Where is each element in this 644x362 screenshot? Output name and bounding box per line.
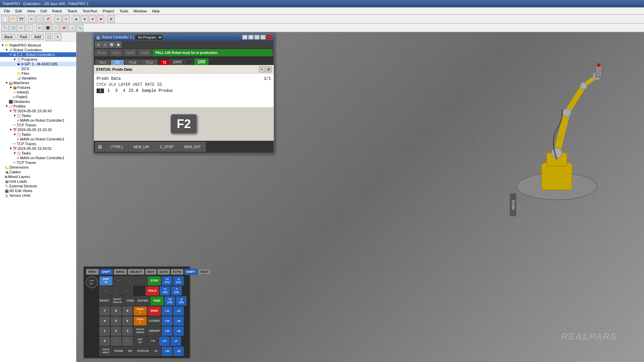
btn-right-arrow[interactable]: → bbox=[136, 276, 147, 286]
btn-up2[interactable]: ↑ bbox=[122, 337, 133, 346]
btn-setup[interactable]: SETUP bbox=[133, 337, 147, 346]
btn-minus-pct[interactable]: -% bbox=[150, 347, 161, 356]
btn-8[interactable]: 8 bbox=[111, 306, 121, 316]
tree-pallet1[interactable]: ▭ Pallet1 bbox=[0, 95, 76, 99]
rw-tb-2[interactable]: ↺ bbox=[102, 42, 108, 48]
tb-refresh[interactable]: 🔄 bbox=[45, 33, 53, 41]
tb-redo[interactable]: ↪ bbox=[62, 15, 70, 23]
tb-info[interactable]: ℹ bbox=[54, 33, 61, 41]
btn-posn[interactable]: POSN bbox=[113, 347, 124, 356]
tree-robot-controllers[interactable]: ▼ 🔗 Robot Controllers bbox=[0, 48, 76, 52]
btn-fctn[interactable]: FCTN bbox=[171, 269, 183, 275]
btn-minus-j8[interactable]: -J8 bbox=[173, 347, 184, 356]
tb-pause[interactable]: ⏸ bbox=[81, 15, 88, 23]
tb-settings[interactable]: ⚙ bbox=[107, 15, 115, 23]
btn-bwd[interactable]: BWD bbox=[148, 306, 161, 316]
tab-prod[interactable]: Prod bbox=[125, 60, 141, 65]
btn-disp[interactable]: DISPID bbox=[99, 276, 113, 286]
tb2-2[interactable]: 🔄 bbox=[9, 24, 17, 32]
win-maximize[interactable]: □ bbox=[260, 35, 266, 40]
add-button[interactable]: Add bbox=[31, 34, 44, 40]
tb-cut[interactable]: ✂ bbox=[28, 15, 35, 23]
tb2-9[interactable]: 📊 bbox=[68, 24, 75, 32]
btn-minus-z[interactable]: -Z(J3) bbox=[176, 296, 186, 306]
posn-side-button[interactable]: POSN bbox=[509, 193, 517, 217]
win-close[interactable]: ✕ bbox=[266, 35, 272, 40]
tree-files[interactable]: 📁 Files bbox=[0, 71, 76, 76]
tree-main2[interactable]: ✕ MAIN on Robot Controller1 bbox=[0, 137, 76, 141]
btn-back-disp[interactable]: ← bbox=[99, 286, 110, 296]
menu-project[interactable]: Project bbox=[100, 8, 117, 14]
menu-testrun[interactable]: Test-Run bbox=[80, 8, 100, 14]
tree-mixed-layers[interactable]: ⊞ Mixed Layers bbox=[0, 174, 76, 179]
tb2-3[interactable]: + bbox=[17, 24, 25, 32]
btn-next[interactable]: NEXT bbox=[198, 269, 211, 275]
btn-6[interactable]: 6 bbox=[122, 316, 133, 326]
func-newlay[interactable]: NEW_LAY bbox=[128, 142, 154, 152]
tree-tasks3[interactable]: ▼ 📋 Tasks bbox=[0, 151, 76, 156]
tree-obstacles[interactable]: ⬛ Obstacles bbox=[0, 99, 76, 104]
grid-icon[interactable]: ⊞ bbox=[95, 142, 105, 152]
btn-minus-j6[interactable]: -J6 bbox=[173, 326, 184, 336]
rw-tb-3[interactable]: 🔄 bbox=[109, 42, 115, 48]
tb-open[interactable]: 📂 bbox=[9, 15, 17, 23]
tree-dcs[interactable]: 📄 DCS bbox=[0, 66, 76, 71]
btn-enter[interactable]: ENTER bbox=[136, 296, 150, 306]
btn-diag-help[interactable]: DIAGHELP bbox=[99, 347, 113, 356]
btn-dot[interactable]: . bbox=[111, 337, 121, 346]
btn-minus-x[interactable]: -X(J1) bbox=[173, 276, 184, 286]
btn-tool1[interactable]: TOOL1 bbox=[133, 306, 147, 316]
tree-cables[interactable]: 🔌 Cables bbox=[0, 170, 76, 174]
tb-save[interactable]: 💾 bbox=[17, 15, 25, 23]
tb2-10[interactable]: 🔍 bbox=[76, 24, 84, 32]
tree-variables[interactable]: 📊 Variables bbox=[0, 76, 76, 80]
menu-teach[interactable]: Teach bbox=[65, 8, 80, 14]
btn-plus-pct[interactable]: +% bbox=[148, 337, 158, 346]
func-type[interactable]: [ TYPE ] bbox=[105, 142, 128, 152]
expand-root[interactable]: ▼ bbox=[1, 44, 5, 47]
btn-4[interactable]: 4 bbox=[99, 316, 110, 326]
btn-fwd[interactable]: FWD bbox=[150, 296, 164, 306]
btn-item[interactable]: ITEM bbox=[125, 296, 136, 306]
btn-menu[interactable]: MENU bbox=[114, 269, 127, 275]
tab-io[interactable]: I/O bbox=[111, 60, 124, 65]
tree-tasks1[interactable]: ▼ 📋 Tasks bbox=[0, 113, 76, 118]
btn-fwd-arrow[interactable]: → bbox=[122, 286, 133, 296]
menu-view[interactable]: View bbox=[24, 8, 38, 14]
btn-edit[interactable]: EDIT bbox=[145, 269, 157, 275]
btn-0[interactable]: 0 bbox=[99, 337, 110, 346]
btn-up-arrow[interactable]: ↑ bbox=[125, 276, 136, 286]
tree-tcp3[interactable]: 〰 TCP Traces bbox=[0, 160, 76, 165]
tree-programs[interactable]: ▼ 📋 Programs bbox=[0, 57, 76, 62]
tree-tcp1[interactable]: 〰 TCP Traces bbox=[0, 123, 76, 127]
tb-paste[interactable]: 📌 bbox=[44, 15, 51, 23]
tree-unit-loads[interactable]: 📦 Unit Loads bbox=[0, 179, 76, 184]
tree-tasks2[interactable]: ▼ 📋 Tasks bbox=[0, 132, 76, 137]
btn-shift-left[interactable]: SHIFT bbox=[100, 269, 113, 275]
status-view[interactable]: ⊡ bbox=[266, 66, 272, 72]
tb2-5[interactable]: ▷ bbox=[36, 24, 43, 32]
tb-new[interactable]: 📄 bbox=[1, 15, 9, 23]
btn-select[interactable]: SELECT bbox=[128, 269, 145, 275]
status-zoom[interactable]: + bbox=[259, 66, 265, 72]
tree-main3[interactable]: ✕ MAIN on Robot Controller1 bbox=[0, 156, 76, 160]
btn-reset[interactable]: RESET bbox=[99, 296, 110, 306]
tree-tcp2[interactable]: 〰 TCP Traces bbox=[0, 141, 76, 146]
tree-root[interactable]: ▼ 📁 PalletPRO Workcel bbox=[0, 43, 76, 48]
tb2-6[interactable]: ⬛ bbox=[44, 24, 51, 32]
menu-tools[interactable]: Tools bbox=[117, 8, 131, 14]
btn-plus-z[interactable]: +Z(J3) bbox=[164, 296, 175, 306]
btn-plus-j8[interactable]: +J8 bbox=[162, 347, 172, 356]
btn-prev[interactable]: PREV bbox=[86, 269, 99, 275]
tree-profile-date2[interactable]: ▼ 📅 2024-05-05 15:32:20 bbox=[0, 127, 76, 132]
tree-main1[interactable]: ✕ MAIN on Robot Controller1 bbox=[0, 118, 76, 123]
btn-shift-right[interactable]: SHIFT bbox=[184, 269, 198, 275]
menu-window[interactable]: Window bbox=[131, 8, 149, 14]
menu-robot[interactable]: Robot bbox=[49, 8, 64, 14]
menu-help[interactable]: Help bbox=[149, 8, 162, 14]
btn-minus-j5[interactable]: -J5 bbox=[173, 316, 184, 326]
btn-3[interactable]: 3 bbox=[122, 326, 133, 336]
tree-4d-views[interactable]: 🎬 4D Edit Views bbox=[0, 188, 76, 193]
tb2-8[interactable]: 🎯 bbox=[60, 24, 67, 32]
win-icon[interactable]: 🖥 bbox=[248, 35, 254, 40]
